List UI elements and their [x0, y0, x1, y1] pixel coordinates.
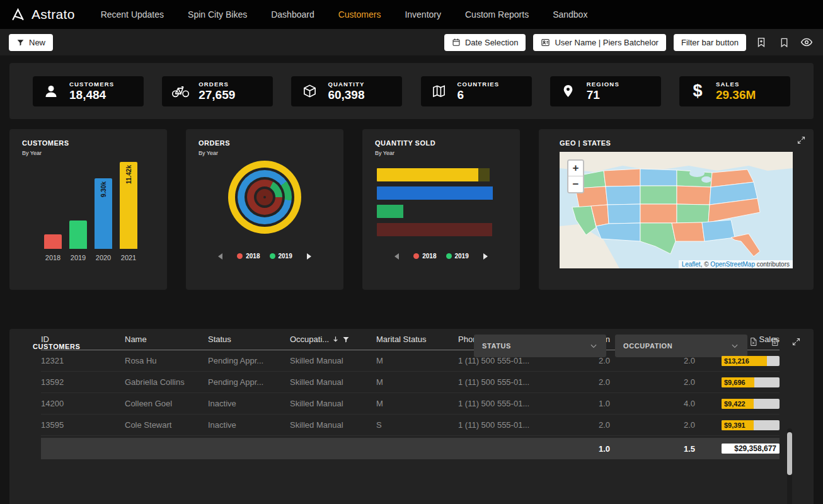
nav-item-inventory[interactable]: Inventory	[393, 0, 453, 29]
export-excel-icon[interactable]	[745, 334, 761, 349]
quantity-bar-2020[interactable]	[377, 186, 503, 200]
cell-sales: $9,696	[695, 377, 780, 387]
legend-next-icon[interactable]	[483, 253, 488, 260]
us-states-map[interactable]: + − Leaflet, © OpenStreetMap contributor…	[560, 152, 793, 268]
table-totals-row: 1.0 1.5 $29,358,677	[41, 438, 780, 459]
geo-states-panel: GEO | STATES	[539, 129, 814, 290]
quantity-bar-2019[interactable]	[377, 205, 503, 218]
legend-prev-icon[interactable]	[218, 253, 222, 260]
column-filter-icon[interactable]	[342, 336, 350, 343]
map-zoom-control: + −	[567, 159, 584, 193]
chart-title: QUANTITY SOLD	[375, 139, 435, 147]
kpi-card-quantity: QUANTITY 60,398	[291, 76, 402, 106]
column-header-occupation[interactable]: Occupati...	[290, 335, 376, 344]
bicycle-icon	[170, 84, 190, 98]
chart-subtitle: By Year	[375, 150, 394, 156]
nav-items: Recent Updates Spin City Bikes Dashboard…	[89, 0, 600, 29]
kpi-value: 18,484	[69, 88, 114, 102]
zoom-out-button[interactable]: −	[568, 176, 583, 192]
brand-logo[interactable]: Astrato	[10, 7, 75, 23]
cell-avg-children: 1.0	[541, 399, 610, 408]
table-row[interactable]: 13592 Gabriella Collins Pending Appr... …	[41, 372, 780, 393]
cell-status: Inactive	[208, 420, 290, 430]
quantity-bar-2021[interactable]	[377, 168, 503, 181]
legend-next-icon[interactable]	[307, 253, 311, 260]
table-row[interactable]: 14200 Colleen Goel Inactive Skilled Manu…	[41, 393, 780, 415]
user-button[interactable]: User Name | Piers Batchelor	[533, 34, 666, 51]
nav-item-sandbox[interactable]: Sandbox	[541, 0, 599, 29]
cell-occupation: Skilled Manual	[290, 420, 376, 430]
legend-item-2019[interactable]: 2019	[446, 253, 469, 260]
table-row[interactable]: 13595 Cole Stewart Inactive Skilled Manu…	[41, 415, 780, 436]
legend-label: 2019	[279, 253, 292, 260]
cell-name: Cole Stewart	[125, 420, 208, 430]
legend-item-2018[interactable]: 2018	[237, 253, 260, 260]
cell-phone: 1 (11) 500 555-01...	[458, 356, 541, 365]
legend-item-2018[interactable]: 2018	[413, 253, 436, 260]
toolbar-right: Date Selection User Name | Piers Batchel…	[444, 34, 814, 51]
nav-item-custom-reports[interactable]: Custom Reports	[453, 0, 541, 29]
dropdown-label: OCCUPATION	[623, 342, 672, 350]
cell-phone: 1 (11) 500 555-01...	[458, 377, 541, 387]
bar-value-label: 11.42k	[125, 165, 132, 184]
expand-icon[interactable]	[788, 334, 803, 349]
kpi-label: SALES	[716, 81, 756, 88]
donut-ring-2021[interactable]	[228, 161, 301, 234]
date-selection-label: Date Selection	[465, 38, 519, 47]
x-axis-label: 2018	[45, 254, 60, 261]
donut-ring-2019[interactable]	[247, 180, 282, 215]
sales-bar: $13,216	[722, 356, 780, 366]
new-filter-button[interactable]: New	[9, 34, 53, 51]
donut-hole	[263, 196, 266, 198]
bookmark-add-icon[interactable]	[754, 35, 769, 50]
occupation-filter-dropdown[interactable]: OCCUPATION	[615, 335, 747, 357]
total-sales: $29,358,677	[695, 444, 780, 454]
legend-prev-icon[interactable]	[394, 253, 399, 260]
nav-item-recent-updates[interactable]: Recent Updates	[89, 0, 176, 29]
customers-bar-2021[interactable]: 11.42k2021	[120, 162, 137, 249]
customers-bar-2020[interactable]: 9.30k2020	[95, 178, 112, 249]
toolbar: New Date Selection User Name | Piers Bat…	[0, 29, 823, 55]
filter-bar-button[interactable]: Filter bar button	[674, 34, 746, 51]
legend-dot	[270, 253, 275, 259]
chart-title: ORDERS	[199, 139, 230, 147]
column-header-name[interactable]: Name	[125, 335, 208, 344]
cell-sales: $9,391	[695, 420, 780, 430]
sort-descending-icon[interactable]	[331, 335, 340, 343]
bar-segment	[478, 168, 490, 181]
export-document-icon[interactable]	[767, 334, 782, 349]
legend-item-2019[interactable]: 2019	[270, 253, 292, 260]
filter-bar-label: Filter bar button	[681, 38, 739, 47]
date-selection-button[interactable]: Date Selection	[444, 34, 526, 51]
chevron-down-icon	[730, 341, 739, 350]
quantity-bar-2018[interactable]	[377, 223, 503, 236]
leaflet-link[interactable]: Leaflet	[682, 261, 701, 268]
nav-item-spin-city-bikes[interactable]: Spin City Bikes	[176, 0, 259, 29]
status-filter-dropdown[interactable]: STATUS	[474, 335, 606, 357]
bookmark-icon[interactable]	[776, 35, 791, 50]
openstreetmap-link[interactable]: OpenStreetMap	[710, 261, 755, 268]
donut-ring-2020[interactable]	[238, 170, 292, 224]
column-header-marital-status[interactable]: Marital Status	[376, 335, 458, 344]
zoom-in-button[interactable]: +	[568, 161, 583, 176]
scrollbar-thumb[interactable]	[787, 432, 792, 475]
customers-table-panel: CUSTOMERS STATUS OCCUPATION ID Name	[9, 329, 814, 504]
expand-icon[interactable]	[797, 135, 806, 147]
customers-bar-2019[interactable]: 2019	[69, 220, 87, 249]
table-panel-icons	[745, 334, 803, 349]
legend-dot	[237, 253, 243, 259]
eye-icon[interactable]	[799, 35, 814, 50]
sales-value: $9,391	[722, 420, 780, 430]
nav-item-dashboard[interactable]: Dashboard	[259, 0, 326, 29]
sales-total-bar: $29,358,677	[722, 444, 780, 454]
table-scrollbar[interactable]	[787, 428, 792, 504]
column-header-status[interactable]: Status	[208, 335, 290, 344]
quantity-chart-panel: QUANTITY SOLD By Year 2018 2019	[362, 129, 520, 290]
chart-legend: 2018 2019	[362, 253, 520, 260]
kpi-label: QUANTITY	[328, 81, 364, 88]
kpi-label: CUSTOMERS	[69, 81, 114, 88]
nav-item-customers[interactable]: Customers	[326, 0, 393, 29]
customers-bar-2018[interactable]: 2018	[44, 234, 62, 249]
donut-ring-2018[interactable]	[256, 189, 273, 205]
legend-label: 2018	[246, 253, 260, 260]
